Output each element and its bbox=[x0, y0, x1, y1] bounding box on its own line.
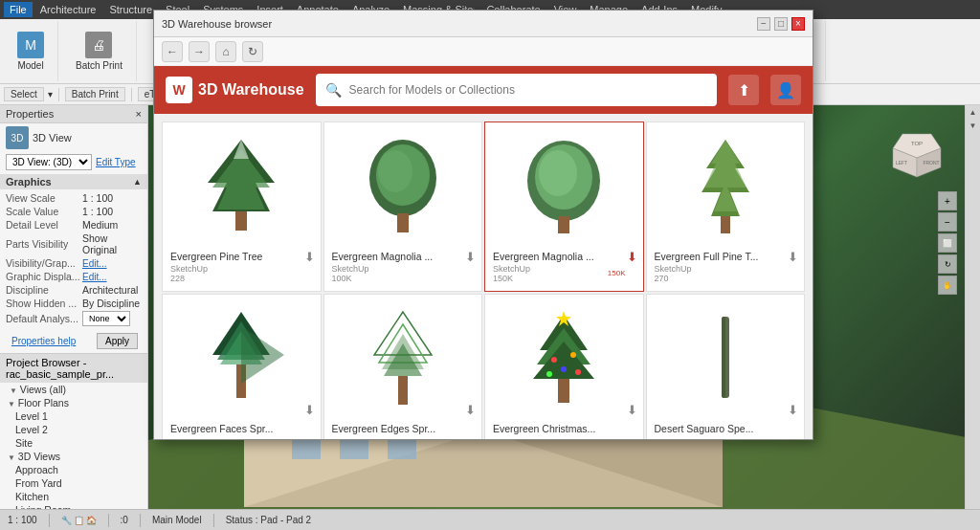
graphic-edit-link[interactable]: Edit... bbox=[82, 272, 107, 282]
download-btn-8[interactable]: ⬇ bbox=[788, 403, 798, 417]
model-card-christmas[interactable]: Evergreen Christmas... ⬇ bbox=[484, 294, 644, 439]
warehouse-search-box[interactable]: 🔍 bbox=[316, 74, 717, 106]
search-icon: 🔍 bbox=[325, 82, 342, 98]
3dview-icon: 3D bbox=[6, 126, 29, 149]
graphics-section-header[interactable]: Graphics ▲ bbox=[0, 174, 147, 189]
fit-view-button[interactable]: ⬜ bbox=[938, 233, 957, 253]
ribbon-btn-model[interactable]: M Model bbox=[11, 30, 50, 73]
view-type-row: 3D 3D View bbox=[0, 123, 147, 152]
svg-rect-40 bbox=[398, 376, 408, 405]
svg-point-26 bbox=[539, 150, 577, 196]
zoom-out-button[interactable]: − bbox=[938, 212, 957, 232]
download-btn-7[interactable]: ⬇ bbox=[627, 403, 637, 417]
model-card-edges-spr[interactable]: Evergreen Edges Spr... ⬇ bbox=[323, 294, 483, 439]
batch-print-button[interactable]: Batch Print bbox=[65, 87, 125, 101]
download-btn-5[interactable]: ⬇ bbox=[304, 403, 315, 417]
status-divider-2 bbox=[108, 514, 109, 527]
warehouse-logo-icon: W bbox=[166, 77, 192, 103]
download-btn-1[interactable]: ⬇ bbox=[304, 250, 315, 264]
model-card-evergreen-pine[interactable]: Evergreen Pine Tree SketchUp 228 ⬇ bbox=[162, 121, 322, 292]
prop-detail-level: Detail Level Medium bbox=[6, 218, 142, 232]
model-card-faces-spr[interactable]: Evergreen Faces Spr... ⬇ bbox=[162, 294, 322, 439]
menu-structure[interactable]: Structure bbox=[103, 2, 158, 17]
model-card-evergreen-magnolia-1[interactable]: Evergreen Magnolia ... SketchUp 100K ⬇ bbox=[323, 121, 483, 292]
viewport-controls: + − ⬜ ↻ ✋ bbox=[938, 191, 957, 295]
warehouse-logo: W 3D Warehouse bbox=[166, 77, 304, 103]
menu-architecture[interactable]: Architecture bbox=[34, 2, 102, 17]
warehouse-modal[interactable]: 3D Warehouse browser − □ × ← → ⌂ ↻ W 3D … bbox=[153, 10, 813, 440]
pan-button[interactable]: ✋ bbox=[938, 276, 957, 295]
pb-item-livingroom[interactable]: Living Room bbox=[0, 503, 147, 509]
account-button[interactable]: 👤 bbox=[770, 75, 801, 105]
model-card-evergreen-magnolia-2[interactable]: Evergreen Magnolia ... SketchUp 150K ⬇ 1… bbox=[484, 121, 644, 292]
svg-rect-52 bbox=[722, 317, 725, 398]
view-type-label: 3D View bbox=[33, 132, 72, 144]
pb-item-fromyard[interactable]: From Yard bbox=[0, 476, 147, 490]
main-model-label: Main Model bbox=[152, 515, 202, 525]
zoom-in-button[interactable]: + bbox=[938, 191, 957, 210]
svg-point-45 bbox=[551, 357, 557, 363]
prop-visibility: Visibility/Grap... Edit... bbox=[6, 256, 142, 270]
right-ctrl-1[interactable]: ▲ bbox=[967, 105, 980, 119]
properties-help-link[interactable]: Properties help bbox=[6, 334, 81, 348]
model-img-christmas bbox=[493, 302, 635, 417]
modal-nav-bar: ← → ⌂ ↻ bbox=[154, 37, 813, 66]
menu-file[interactable]: File bbox=[4, 2, 33, 17]
ribbon-group-model: M Model bbox=[4, 21, 58, 81]
graphics-collapse-icon[interactable]: ▲ bbox=[133, 177, 142, 187]
download-btn-6[interactable]: ⬇ bbox=[465, 403, 476, 417]
pb-item-approach[interactable]: Approach bbox=[0, 463, 147, 476]
model-img-magnolia-1 bbox=[332, 130, 475, 245]
modal-title: 3D Warehouse browser bbox=[162, 18, 272, 30]
edit-type-link[interactable]: Edit Type bbox=[96, 157, 136, 167]
modal-minimize-button[interactable]: − bbox=[757, 17, 770, 31]
select-dropdown-arrow[interactable]: ▾ bbox=[48, 89, 53, 99]
nav-refresh-button[interactable]: ↻ bbox=[242, 41, 263, 62]
navigation-cube[interactable]: TOP LEFT FRONT bbox=[888, 124, 946, 182]
visibility-edit-link[interactable]: Edit... bbox=[82, 258, 107, 269]
view-dropdown[interactable]: 3D View: (3D) bbox=[6, 154, 92, 170]
analysis-dropdown[interactable]: None bbox=[82, 311, 130, 326]
model-name-3: Evergreen Magnolia ... bbox=[493, 251, 635, 262]
apply-button[interactable]: Apply bbox=[97, 333, 138, 349]
status-divider-1 bbox=[49, 514, 50, 527]
modal-close-button[interactable]: × bbox=[791, 17, 805, 31]
select-button[interactable]: Select bbox=[4, 87, 44, 101]
nav-forward-button[interactable]: → bbox=[189, 41, 210, 62]
pb-item-site[interactable]: Site bbox=[0, 436, 147, 450]
nav-back-button[interactable]: ← bbox=[162, 41, 183, 62]
download-btn-2[interactable]: ⬇ bbox=[465, 250, 476, 264]
svg-rect-44 bbox=[558, 379, 569, 403]
left-panel: Properties × 3D 3D View 3D View: (3D) Ed… bbox=[0, 105, 148, 509]
model-name-2: Evergreen Magnolia ... bbox=[332, 251, 475, 262]
upload-button[interactable]: ⬆ bbox=[728, 75, 759, 105]
prop-scale-value: Scale Value 1 : 100 bbox=[6, 205, 142, 218]
rotate-button[interactable]: ↻ bbox=[938, 254, 957, 274]
download-btn-4[interactable]: ⬇ bbox=[788, 250, 798, 264]
pb-item-3dviews[interactable]: ▼ 3D Views bbox=[0, 450, 147, 463]
model-card-saguaro[interactable]: Desert Saguaro Spe... ⬇ bbox=[646, 294, 806, 439]
expand-arrow: ▼ bbox=[8, 453, 15, 462]
pb-item-kitchen[interactable]: Kitchen bbox=[0, 490, 147, 503]
svg-text:TOP: TOP bbox=[911, 141, 923, 146]
right-ctrl-2[interactable]: ▼ bbox=[967, 119, 980, 132]
pb-item-level1[interactable]: Level 1 bbox=[0, 409, 147, 423]
pb-item-views-all[interactable]: ▼ Views (all) bbox=[0, 383, 147, 396]
prop-view-scale: View Scale 1 : 100 bbox=[6, 191, 142, 205]
ribbon-btn-batchprint[interactable]: 🖨 Batch Print bbox=[70, 30, 128, 73]
pb-item-level2[interactable]: Level 2 bbox=[0, 423, 147, 436]
properties-collapse[interactable]: × bbox=[136, 108, 142, 120]
model-img-saguaro bbox=[655, 302, 797, 417]
model-img-full-pine bbox=[655, 130, 797, 245]
status-icons: 🔧 📋 🏠 bbox=[61, 516, 97, 525]
search-input[interactable] bbox=[349, 83, 707, 97]
modal-controls: − □ × bbox=[757, 17, 805, 31]
model-source-2: SketchUp bbox=[332, 264, 475, 274]
model-card-full-pine[interactable]: Evergreen Full Pine T... SketchUp 270 ⬇ bbox=[646, 121, 806, 292]
download-btn-3[interactable]: ⬇ bbox=[627, 250, 637, 264]
model-count-2: 100K bbox=[332, 274, 475, 283]
expand-arrow: ▼ bbox=[10, 386, 17, 395]
nav-home-button[interactable]: ⌂ bbox=[215, 41, 236, 62]
modal-maximize-button[interactable]: □ bbox=[774, 17, 788, 31]
pb-item-floor-plans[interactable]: ▼ Floor Plans bbox=[0, 396, 147, 409]
